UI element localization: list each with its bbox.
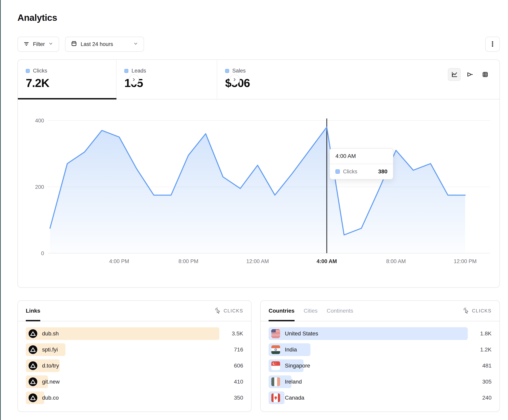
links-metric-selector[interactable]: CLICKS: [215, 301, 243, 321]
us-flag-icon: [271, 329, 280, 338]
country-clicks-value: 305: [482, 379, 492, 385]
country-label: Ireland: [285, 379, 302, 385]
toolbar: Filter Last 24 hours: [17, 37, 500, 52]
link-label: d.to/try: [42, 362, 59, 369]
chart-tooltip: 4:00 AM Clicks 380: [329, 148, 393, 180]
countries-metric-selector[interactable]: CLICKS: [463, 301, 492, 321]
link-label: dub.co: [42, 395, 59, 401]
tooltip-value: 380: [378, 168, 388, 175]
stats-tabs: Clicks 7.2K Leads 165 Sales $506: [18, 60, 500, 100]
filter-button-label: Filter: [33, 41, 45, 47]
links-panel: Links CLICKS dub.sh 3.5K: [17, 300, 252, 412]
svg-text:4:00 AM: 4:00 AM: [317, 258, 337, 264]
line-chart-view-button[interactable]: [448, 68, 461, 81]
link-clicks-value: 350: [234, 395, 243, 401]
tab-clicks[interactable]: Clicks 7.2K: [18, 60, 116, 99]
country-clicks-value: 240: [482, 395, 492, 401]
table-grid-icon: [481, 71, 489, 78]
country-label: United States: [285, 330, 318, 337]
country-clicks-value: 1.2K: [480, 347, 492, 353]
country-row[interactable]: Ireland 305: [269, 376, 492, 388]
link-row[interactable]: git.new 410: [26, 376, 243, 388]
links-panel-header: Links CLICKS: [18, 301, 251, 321]
svg-text:12:00 AM: 12:00 AM: [246, 258, 269, 264]
leads-tab-label: Leads: [132, 68, 146, 74]
country-clicks-value: 1.8K: [480, 330, 492, 337]
singapore-flag-icon: [271, 361, 280, 370]
ireland-flag-icon: [271, 377, 280, 386]
countries-metric-label: CLICKS: [472, 308, 492, 314]
link-label: dub.sh: [42, 330, 59, 337]
sales-tab-label: Sales: [232, 68, 246, 74]
analytics-page: Analytics Filter Last 24 hours: [0, 0, 508, 420]
svg-text:0: 0: [41, 250, 44, 256]
country-row[interactable]: India 1.2K: [269, 343, 492, 356]
chevron-right-icon: [131, 77, 136, 82]
funnel-chart-icon: [466, 71, 473, 78]
area-chart-canvas[interactable]: 40020004:00 PM8:00 PM12:00 AM4:00 AM8:00…: [26, 110, 492, 269]
chevron-down-icon: [133, 41, 138, 48]
tooltip-legend-swatch: [336, 169, 340, 174]
tab-continents[interactable]: Continents: [327, 301, 353, 321]
link-row[interactable]: spti.fyi 716: [26, 343, 243, 356]
india-flag-icon: [271, 345, 280, 354]
line-chart-icon: [450, 71, 458, 78]
clicks-time-series-chart[interactable]: 40020004:00 PM8:00 PM12:00 AM4:00 AM8:00…: [26, 110, 492, 269]
svg-text:8:00 AM: 8:00 AM: [386, 258, 406, 264]
clicks-legend-swatch: [26, 69, 30, 73]
dub-logo-icon: [29, 393, 37, 402]
tab-links[interactable]: Links: [26, 301, 40, 321]
calendar-icon: [71, 40, 77, 48]
link-label: git.new: [42, 379, 60, 385]
page-title: Analytics: [17, 12, 57, 23]
dub-logo-icon: [29, 329, 37, 338]
countries-panel-header: Countries Cities Continents CLICKS: [261, 301, 500, 321]
links-list: dub.sh 3.5K spti.fyi 716 d.to/try 606: [18, 321, 251, 404]
table-view-button[interactable]: [479, 68, 492, 81]
filter-button[interactable]: Filter: [17, 37, 59, 52]
tooltip-series-label: Clicks: [343, 169, 357, 175]
svg-text:400: 400: [35, 118, 44, 124]
sales-legend-swatch: [225, 69, 229, 73]
window-edge-strip: [0, 0, 1, 420]
link-label: spti.fyi: [42, 347, 58, 353]
svg-text:200: 200: [35, 184, 44, 190]
link-clicks-value: 606: [234, 362, 243, 369]
svg-text:8:00 PM: 8:00 PM: [178, 258, 198, 264]
cursor-click-icon: [463, 307, 470, 314]
country-label: Singapore: [285, 362, 310, 369]
more-options-button[interactable]: [485, 37, 500, 52]
country-clicks-value: 481: [482, 362, 492, 369]
link-row[interactable]: dub.co 350: [26, 391, 243, 404]
link-row[interactable]: d.to/try 606: [26, 359, 243, 372]
chevron-right-icon: [232, 77, 237, 82]
country-label: India: [285, 347, 297, 353]
country-row[interactable]: Singapore 481: [269, 359, 492, 372]
svg-text:4:00 PM: 4:00 PM: [109, 258, 129, 264]
funnel-chart-view-button[interactable]: [463, 68, 476, 81]
country-row[interactable]: United States 1.8K: [269, 327, 492, 340]
clicks-tab-value: 7.2K: [26, 76, 116, 90]
link-clicks-value: 716: [234, 347, 243, 353]
country-row[interactable]: Canada 240: [269, 391, 492, 404]
kebab-menu-icon: [489, 40, 496, 49]
link-row[interactable]: dub.sh 3.5K: [26, 327, 243, 340]
canada-flag-icon: [271, 393, 280, 402]
dub-logo-icon: [29, 361, 37, 370]
cursor-click-icon: [215, 307, 221, 314]
link-clicks-value: 410: [234, 379, 243, 385]
chevron-down-icon: [48, 41, 53, 48]
tab-cities[interactable]: Cities: [304, 301, 318, 321]
tab-countries[interactable]: Countries: [269, 301, 295, 321]
dub-logo-icon: [29, 377, 37, 386]
dub-logo-icon: [29, 345, 37, 354]
date-range-button[interactable]: Last 24 hours: [65, 37, 144, 52]
expand-leads-sales-button[interactable]: [230, 74, 240, 85]
link-clicks-value: 3.5K: [232, 330, 243, 337]
links-metric-label: CLICKS: [224, 308, 243, 314]
leads-legend-swatch: [124, 69, 128, 73]
date-range-label: Last 24 hours: [81, 41, 113, 47]
analytics-card: Clicks 7.2K Leads 165 Sales $506: [17, 59, 500, 288]
expand-clicks-leads-button[interactable]: [129, 74, 139, 85]
chart-view-switcher: [448, 68, 492, 81]
